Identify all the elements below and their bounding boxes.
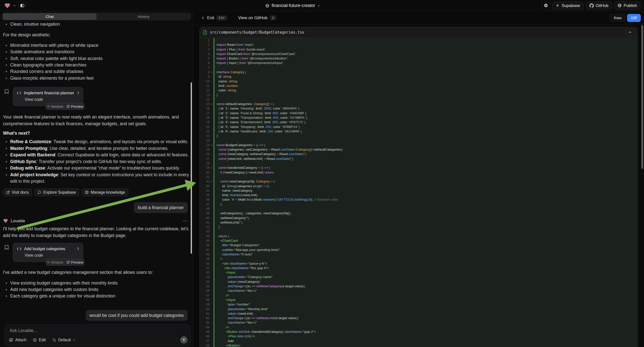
version-title: Add budget categories [24, 246, 74, 251]
user-message: build a financial planner [134, 202, 188, 213]
edit-button[interactable]: Edit [33, 338, 46, 342]
mode-select[interactable]: Default [52, 338, 76, 342]
send-button[interactable] [180, 336, 188, 344]
preview-button[interactable]: Preview [66, 260, 84, 264]
diff-toggle-button[interactable]: Diff [627, 14, 641, 22]
code-lines[interactable]: 12import React from 'react';3import { Pl… [200, 38, 638, 347]
tab-history[interactable]: History [96, 13, 190, 20]
chevron-up-icon [628, 30, 632, 34]
code-line: 57 /> [200, 293, 638, 298]
preview-button[interactable]: Preview [66, 104, 84, 108]
supabase-label: Supabase [562, 3, 580, 8]
exit-button[interactable]: Exit ESC [202, 16, 227, 20]
publish-globe-icon [618, 4, 622, 8]
target-icon [33, 338, 37, 342]
collapse-file-button[interactable] [626, 29, 634, 36]
fold-toggle-icon[interactable]: ▾ [210, 143, 214, 147]
restore-button[interactable]: Restore [47, 104, 64, 108]
chevron-left-icon [202, 16, 205, 20]
chat-scroll-area[interactable]: Clean, intuitive navigation For the desi… [0, 21, 193, 347]
supabase-button[interactable]: Supabase [552, 2, 584, 10]
explore-supabase-button[interactable]: Explore Supabase [34, 188, 79, 196]
code-line: 27 const [newLimit, setNewLimit] = React… [200, 156, 638, 161]
lovable-app: financial-future-creator Supabase GitHub [0, 0, 644, 347]
code-line: 36 color: '#' + Math.floor(Math.random()… [200, 198, 638, 202]
code-line: 5import { Button } from '@/components/ui… [200, 56, 638, 61]
code-line: 38 [200, 206, 638, 211]
fold-toggle-icon[interactable]: ▾ [210, 166, 214, 170]
file-added-icon [203, 30, 207, 35]
file-path: src/components/budget/BudgetCategories.t… [210, 30, 304, 34]
code-view-panel: Exit ESC View on GitHub G Raw Diff sr [194, 11, 644, 347]
list-item: Clean, intuitive navigation [3, 21, 190, 28]
list-item: Soft, neutral color palette with light b… [3, 55, 190, 62]
restore-button[interactable]: Restore [47, 260, 64, 264]
workspace-chevron-down-icon[interactable] [13, 4, 16, 7]
list-item: Clean typography with clear hierarchies [3, 62, 190, 68]
list-item: Subtle animations and transitions [3, 48, 190, 55]
bullet-dot [6, 148, 7, 149]
whats-next-heading: What's next? [3, 130, 190, 136]
tab-chat[interactable]: Chat [3, 13, 96, 20]
code-line: 20 { id: '5', name: 'Shopping', limit: 2… [200, 125, 638, 129]
code-line: 17 { id: '2', name: 'Food & Dining', lim… [200, 111, 638, 116]
message-options-icon[interactable] [183, 220, 187, 221]
publish-button[interactable]: Publish [614, 2, 640, 10]
file-header[interactable]: src/components/budget/BudgetCategories.t… [200, 27, 638, 38]
fold-toggle-icon[interactable]: ▾ [210, 179, 214, 184]
project-menu[interactable]: financial-future-creator [265, 0, 320, 11]
list-item: Minimalist interface with plenty of whit… [3, 42, 190, 48]
visit-docs-button[interactable]: Visit docs [3, 188, 32, 196]
settings-button[interactable] [542, 2, 550, 10]
code-icon [17, 91, 22, 95]
code-line: 6import { Input } from '@/components/ui/… [200, 61, 638, 65]
view-code-link[interactable]: View code [25, 253, 80, 259]
code-line: 14 [200, 97, 638, 102]
view-on-github-link[interactable]: View on GitHub G [238, 16, 276, 20]
list-item: Expand with Backend: Connect Supabase to… [3, 152, 190, 158]
code-line: 55 onChange={(e) => setNewCategory(e.tar… [200, 284, 638, 288]
assistant-header: Lovable [3, 218, 190, 224]
chat-scrollbar[interactable] [191, 82, 192, 254]
package-icon [85, 190, 88, 194]
bullet-dot [6, 45, 7, 46]
code-line: 47 subtitle="Manage your spending limits… [200, 248, 638, 252]
bullet-dot [6, 282, 7, 284]
message-circle-icon [38, 190, 41, 194]
manage-knowledge-button[interactable]: Manage knowledge [82, 188, 128, 196]
bookmark-icon[interactable] [4, 89, 9, 94]
assistant-paragraph: I've added a new budget categories manag… [3, 269, 190, 276]
list-item: Add project knowledge: Set key context o… [3, 172, 190, 185]
bullet-dot [6, 154, 7, 156]
code-line: 67 Add [200, 339, 638, 343]
code-line: 51 <div className="flex gap-4"> [200, 266, 638, 270]
fold-toggle-icon[interactable]: ▾ [210, 70, 214, 74]
code-line: 58 <Input [200, 298, 638, 302]
code-line: 40 setNewCategory(''); [200, 216, 638, 220]
code-scrollbar[interactable] [641, 25, 643, 169]
github-button[interactable]: GitHub [586, 2, 612, 10]
attach-button[interactable]: Attach [9, 338, 26, 342]
code-line: 26 const [newCategory, setNewCategory] =… [200, 152, 638, 156]
next-steps-list: Refine & Customize: Tweak the design, an… [3, 138, 190, 184]
design-heading: For the design aesthetic: [3, 32, 190, 38]
prompt-input[interactable] [10, 328, 186, 333]
chevron-down-icon [73, 338, 76, 341]
external-link-icon [66, 260, 70, 264]
chevron-right-icon [77, 91, 80, 94]
view-code-link[interactable]: View code [25, 97, 80, 103]
added-features-list: View existing budget categories with the… [3, 280, 190, 300]
project-chevron-down-icon [318, 4, 320, 7]
code-line: 64 /> [200, 325, 638, 330]
fold-toggle-icon[interactable]: ▾ [210, 102, 214, 106]
code-view-header: Exit ESC View on GitHub G Raw Diff [194, 11, 644, 25]
code-line: 8▾interface Category { [200, 70, 638, 74]
lovable-logo-icon[interactable] [4, 2, 11, 9]
bookmark-icon[interactable] [4, 245, 9, 250]
raw-toggle-button[interactable]: Raw [610, 14, 626, 22]
code-line: 48 className="h-auto" [200, 252, 638, 257]
code-line: 2import React from 'react'; [200, 42, 638, 47]
toggle-sidebar-button[interactable] [18, 2, 26, 10]
sliders-icon [52, 338, 56, 342]
user-message-row: would be cool if you could add budget ca… [3, 310, 190, 321]
